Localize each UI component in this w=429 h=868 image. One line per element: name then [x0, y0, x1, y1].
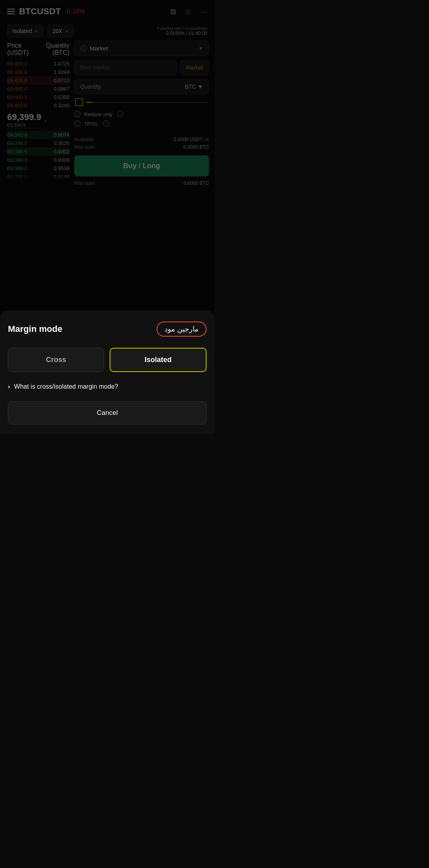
modal-title: Margin mode — [8, 324, 62, 334]
isolated-mode-button[interactable]: Isolated — [110, 348, 207, 372]
cancel-button[interactable]: Cancel — [8, 401, 207, 424]
modal-header: Margin mode مارجین مود — [8, 322, 207, 337]
arabic-label: مارجین مود — [157, 322, 207, 337]
faq-text: What is cross/isolated margin mode? — [14, 383, 118, 390]
faq-arrow-icon: › — [8, 383, 10, 390]
cross-mode-button[interactable]: Cross — [8, 348, 104, 372]
faq-row[interactable]: › What is cross/isolated margin mode? — [8, 383, 207, 390]
mode-buttons: Cross Isolated — [8, 348, 207, 372]
margin-mode-modal: Margin mode مارجین مود Cross Isolated › … — [0, 310, 214, 434]
